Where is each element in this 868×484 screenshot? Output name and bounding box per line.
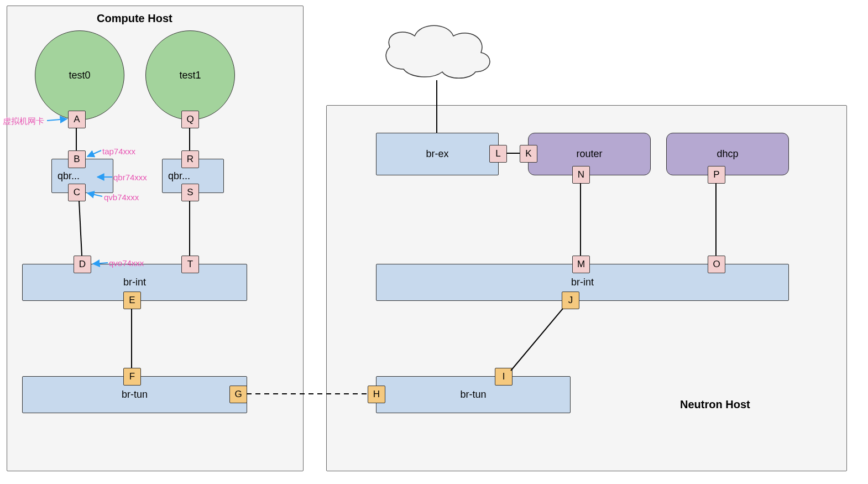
vm-test0: test0 <box>35 30 124 120</box>
port-K: K <box>520 145 537 163</box>
br-tun-right-label: br-tun <box>460 389 486 400</box>
br-tun-right-box: br-tun <box>376 376 571 413</box>
port-E: E <box>123 292 141 309</box>
diagram-canvas: Compute Host Neutron Host test0 test1 qb… <box>0 0 868 484</box>
port-F: F <box>123 368 141 386</box>
port-C: C <box>68 184 86 201</box>
br-int-left-label: br-int <box>123 277 146 288</box>
annotation-qbr: qbr74xxx <box>113 173 147 182</box>
br-int-right-label: br-int <box>571 277 594 288</box>
port-M: M <box>572 256 590 273</box>
br-ex-label: br-ex <box>426 148 448 160</box>
port-S: S <box>181 184 199 201</box>
vm-test1-label: test1 <box>179 70 201 81</box>
vm-test0-label: test0 <box>69 70 90 81</box>
dhcp-box: dhcp <box>666 133 789 175</box>
port-A: A <box>68 111 86 128</box>
port-O: O <box>708 256 725 273</box>
cloud-icon <box>370 17 503 91</box>
annotation-tap: tap74xxx <box>102 147 135 156</box>
port-H: H <box>368 386 385 403</box>
annotation-qvo: qvo74xxx <box>109 258 144 268</box>
port-I: I <box>495 368 513 386</box>
port-T: T <box>181 256 199 273</box>
port-B: B <box>68 150 86 168</box>
port-D: D <box>74 256 91 273</box>
port-P: P <box>708 166 725 184</box>
compute-host-title: Compute Host <box>97 12 172 25</box>
port-Q: Q <box>181 111 199 128</box>
port-J: J <box>562 292 579 309</box>
port-L: L <box>489 145 507 163</box>
qbr-left-label: qbr... <box>57 170 80 182</box>
vm-test1: test1 <box>145 30 235 120</box>
annotation-qvb: qvb74xxx <box>104 192 139 202</box>
qbr-right-label: qbr... <box>168 170 190 182</box>
br-tun-left-label: br-tun <box>122 389 148 400</box>
port-R: R <box>181 150 199 168</box>
annotation-vnic: 虚拟机网卡 <box>3 116 44 127</box>
br-ex-box: br-ex <box>376 133 499 175</box>
port-N: N <box>572 166 590 184</box>
neutron-host-title: Neutron Host <box>680 398 750 411</box>
router-label: router <box>576 148 602 160</box>
port-G: G <box>229 386 247 403</box>
dhcp-label: dhcp <box>717 148 738 160</box>
